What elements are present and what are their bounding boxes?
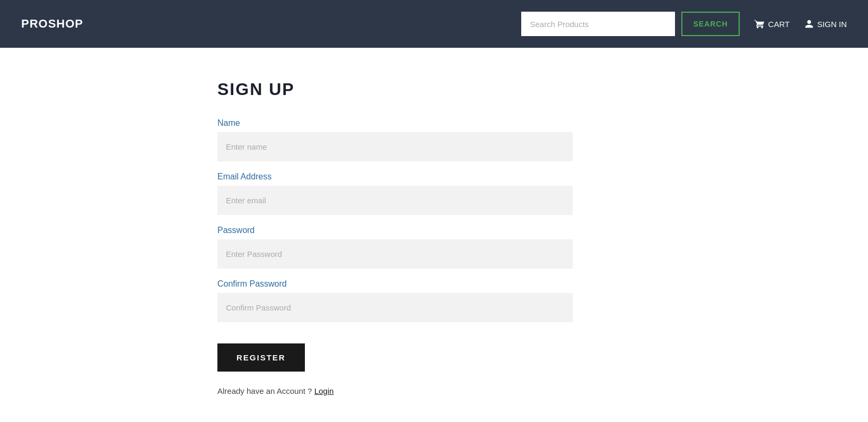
password-input[interactable]: [217, 239, 573, 269]
sign-up-form: Name Email Address Password Confirm Pass…: [217, 118, 573, 395]
password-group: Password: [217, 226, 573, 269]
header-right: SEARCH CART SIGN IN: [521, 12, 847, 36]
register-button[interactable]: REGISTER: [217, 343, 305, 372]
name-label: Name: [217, 118, 573, 128]
already-account-text: Already have an Account ?: [217, 386, 312, 395]
user-icon: [804, 19, 814, 29]
cart-link[interactable]: CART: [755, 19, 790, 29]
confirm-password-label: Confirm Password: [217, 279, 573, 289]
confirm-password-group: Confirm Password: [217, 279, 573, 322]
header: PROSHOP SEARCH CART SIGN IN: [0, 0, 868, 48]
main-content: SIGN UP Name Email Address Password Conf…: [0, 48, 868, 422]
cart-label: CART: [768, 20, 790, 29]
cart-icon: [755, 19, 765, 29]
search-input[interactable]: [521, 12, 675, 36]
email-input[interactable]: [217, 186, 573, 215]
email-label: Email Address: [217, 172, 573, 182]
login-prompt: Already have an Account ? Login: [217, 386, 573, 395]
confirm-password-input[interactable]: [217, 293, 573, 322]
email-group: Email Address: [217, 172, 573, 215]
name-group: Name: [217, 118, 573, 161]
page-title: SIGN UP: [217, 80, 868, 99]
password-label: Password: [217, 226, 573, 235]
name-input[interactable]: [217, 132, 573, 161]
login-link[interactable]: Login: [314, 386, 334, 395]
logo[interactable]: PROSHOP: [21, 17, 83, 31]
search-button[interactable]: SEARCH: [681, 12, 739, 36]
sign-in-label: SIGN IN: [817, 20, 847, 29]
sign-in-link[interactable]: SIGN IN: [804, 19, 847, 29]
